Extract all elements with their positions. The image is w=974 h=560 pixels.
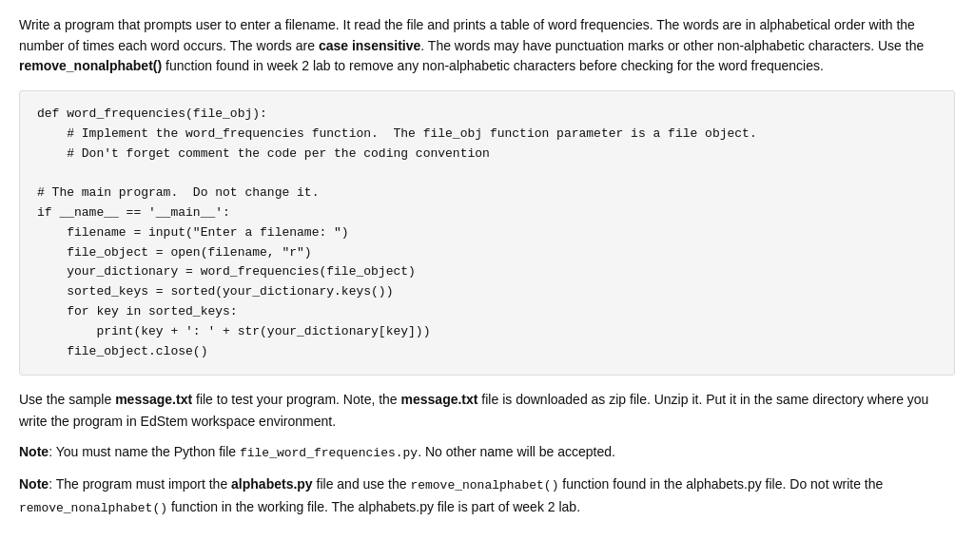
sample-paragraph: Use the sample message.txt file to test …: [19, 389, 955, 432]
intro-paragraph: Write a program that prompts user to ent…: [19, 15, 955, 77]
note2-mono-2: remove_nonalphabet(): [19, 501, 167, 515]
note2-mono-1: remove_nonalphabet(): [410, 478, 558, 492]
intro-bold-1: case insensitive: [319, 38, 420, 53]
note1-text-after: . No other name will be accepted.: [418, 444, 615, 459]
note1-mono: file_word_frequencies.py: [240, 446, 418, 460]
sample-bold-2: message.txt: [401, 392, 478, 407]
sample-bold-1: message.txt: [115, 392, 192, 407]
note1-label: Note: [19, 444, 49, 459]
intro-text-2: . The words may have punctuation marks o…: [420, 38, 924, 53]
note2-paragraph: Note: The program must import the alphab…: [19, 473, 955, 519]
note2-label: Note: [19, 476, 49, 492]
intro-bold-2: remove_nonalphabet(): [19, 58, 162, 73]
note2-bold-1: alphabets.py: [231, 476, 313, 492]
note1-text-before: : You must name the Python file: [49, 444, 240, 459]
sample-text-before: Use the sample: [19, 392, 115, 407]
note2-text-3: function found in the alphabets.py file.…: [558, 476, 883, 492]
note2-text-4: function in the working file. The alphab…: [167, 499, 580, 514]
note2-text-2: file and use the: [313, 476, 411, 492]
note1-paragraph: Note: You must name the Python file file…: [19, 441, 955, 464]
sample-text-middle: file to test your program. Note, the: [192, 392, 400, 407]
code-block: def word_frequencies(file_obj): # Implem…: [19, 90, 955, 376]
note2-text-before: : The program must import the: [49, 476, 231, 492]
intro-text-3: function found in week 2 lab to remove a…: [162, 58, 824, 73]
